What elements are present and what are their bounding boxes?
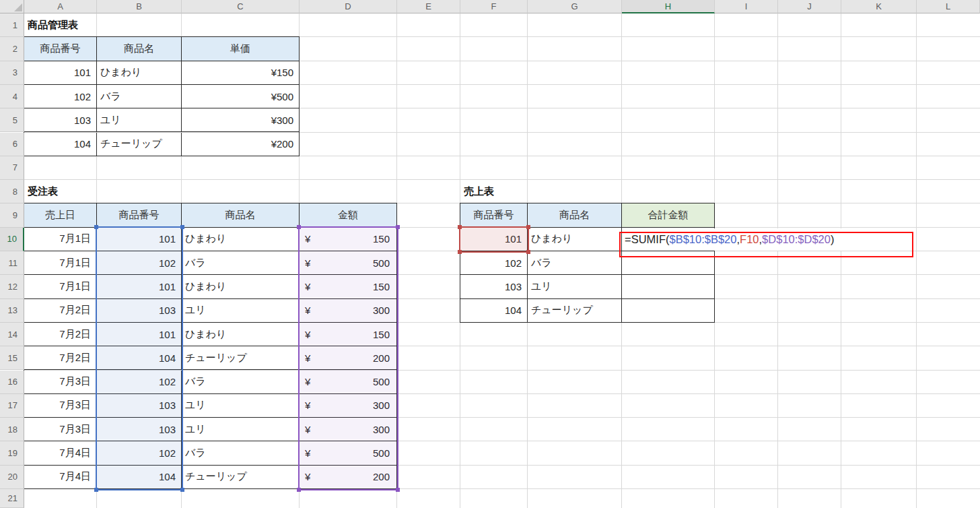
cell-A12[interactable]: 7月1日	[24, 275, 97, 298]
range-handle[interactable]	[94, 225, 98, 229]
cell-C10[interactable]: ひまわり	[182, 228, 300, 251]
col-header-J[interactable]: J	[778, 0, 841, 13]
col-header-E[interactable]: E	[397, 0, 460, 13]
range-handle[interactable]	[526, 225, 530, 229]
row-header-1[interactable]: 1	[0, 13, 24, 37]
cell-C2[interactable]: 単価	[182, 37, 300, 61]
row-header-20[interactable]: 20	[0, 466, 24, 489]
col-header-H[interactable]: H	[622, 0, 715, 13]
range-handle[interactable]	[458, 250, 462, 254]
row-header-7[interactable]: 7	[0, 156, 24, 180]
row-header-8[interactable]: 8	[0, 180, 24, 203]
cell-A16[interactable]: 7月3日	[24, 371, 97, 394]
col-header-C[interactable]: C	[182, 0, 300, 13]
cell-A15[interactable]: 7月2日	[24, 346, 97, 370]
row-header-9[interactable]: 9	[0, 203, 24, 227]
cell-G9[interactable]: 商品名	[528, 203, 622, 227]
cell-B9[interactable]: 商品番号	[97, 203, 182, 227]
range-handle[interactable]	[396, 225, 400, 229]
cell-A14[interactable]: 7月2日	[24, 323, 97, 346]
row-header-21[interactable]: 21	[0, 489, 24, 508]
col-header-G[interactable]: G	[528, 0, 622, 13]
sales-table-title[interactable]: 売上表	[460, 180, 622, 203]
sum-range-highlight-D10-D20[interactable]	[298, 226, 398, 490]
col-header-F[interactable]: F	[460, 0, 528, 13]
cell-C9[interactable]: 商品名	[182, 203, 300, 227]
cell-D9[interactable]: 金額	[300, 203, 397, 227]
range-handle[interactable]	[94, 488, 98, 492]
range-handle[interactable]	[180, 488, 184, 492]
cell-G12[interactable]: ユリ	[528, 275, 622, 298]
cell-A11[interactable]: 7月1日	[24, 251, 97, 275]
cell-F13[interactable]: 104	[460, 299, 528, 323]
cell-C19[interactable]: バラ	[182, 441, 300, 465]
row-header-4[interactable]: 4	[0, 85, 24, 108]
row-header-3[interactable]: 3	[0, 61, 24, 85]
cell-A6[interactable]: 104	[24, 133, 97, 156]
row-header-2[interactable]: 2	[0, 37, 24, 61]
cell-C16[interactable]: バラ	[182, 371, 300, 394]
row-header-15[interactable]: 15	[0, 346, 24, 370]
order-table-title[interactable]: 受注表	[24, 180, 182, 203]
col-header-A[interactable]: A	[24, 0, 97, 13]
row-header-12[interactable]: 12	[0, 275, 24, 298]
range-handle[interactable]	[297, 488, 301, 492]
product-table-title[interactable]: 商品管理表	[24, 13, 182, 37]
cell-A13[interactable]: 7月2日	[24, 299, 97, 323]
row-header-14[interactable]: 14	[0, 323, 24, 346]
cell-B4[interactable]: バラ	[97, 85, 182, 108]
range-handle[interactable]	[396, 488, 400, 492]
cell-A17[interactable]: 7月3日	[24, 394, 97, 418]
cell-A20[interactable]: 7月4日	[24, 466, 97, 489]
cell-C6[interactable]: ¥200	[182, 133, 300, 156]
range-handle[interactable]	[526, 250, 530, 254]
cell-H12[interactable]	[622, 275, 715, 298]
cell-C15[interactable]: チューリップ	[182, 346, 300, 370]
cell-C13[interactable]: ユリ	[182, 299, 300, 323]
cell-C20[interactable]: チューリップ	[182, 466, 300, 489]
cell-B5[interactable]: ユリ	[97, 108, 182, 132]
cell-C5[interactable]: ¥300	[182, 108, 300, 132]
range-handle[interactable]	[458, 225, 462, 229]
cell-H9[interactable]: 合計金額	[622, 203, 715, 227]
cell-A18[interactable]: 7月3日	[24, 418, 97, 441]
cell-A9[interactable]: 売上日	[24, 203, 97, 227]
col-header-L[interactable]: L	[917, 0, 980, 13]
row-header-6[interactable]: 6	[0, 133, 24, 156]
row-header-16[interactable]: 16	[0, 371, 24, 394]
range-handle[interactable]	[180, 225, 184, 229]
row-header-19[interactable]: 19	[0, 441, 24, 465]
range-handle[interactable]	[297, 225, 301, 229]
cell-F12[interactable]: 103	[460, 275, 528, 298]
formula-edit-cell-H10[interactable]: =SUMIF($B$10:$B$20,F10,$D$10:$D$20)	[625, 228, 834, 251]
cell-A19[interactable]: 7月4日	[24, 441, 97, 465]
cell-C18[interactable]: ユリ	[182, 418, 300, 441]
col-header-I[interactable]: I	[715, 0, 778, 13]
row-header-10[interactable]: 10	[0, 228, 24, 251]
cell-C11[interactable]: バラ	[182, 251, 300, 275]
cell-A3[interactable]: 101	[24, 61, 97, 85]
cell-C3[interactable]: ¥150	[182, 61, 300, 85]
col-header-K[interactable]: K	[841, 0, 917, 13]
col-header-B[interactable]: B	[97, 0, 182, 13]
cell-G13[interactable]: チューリップ	[528, 299, 622, 323]
select-all-corner[interactable]	[0, 0, 24, 13]
cell-C17[interactable]: ユリ	[182, 394, 300, 418]
cell-F9[interactable]: 商品番号	[460, 203, 528, 227]
cell-C12[interactable]: ひまわり	[182, 275, 300, 298]
cell-C4[interactable]: ¥500	[182, 85, 300, 108]
cell-A5[interactable]: 103	[24, 108, 97, 132]
row-header-13[interactable]: 13	[0, 299, 24, 323]
row-header-17[interactable]: 17	[0, 394, 24, 418]
row-header-18[interactable]: 18	[0, 418, 24, 441]
spreadsheet-grid[interactable]: ABCDEFGHIJKL1234567891011121314151617181…	[0, 0, 980, 508]
cell-H11[interactable]	[622, 251, 715, 275]
criteria-cell-highlight-F10[interactable]	[459, 226, 529, 253]
criteria-range-highlight-B10-B20[interactable]	[96, 226, 183, 490]
col-header-D[interactable]: D	[300, 0, 397, 13]
cell-A4[interactable]: 102	[24, 85, 97, 108]
cell-A10[interactable]: 7月1日	[24, 228, 97, 251]
cell-B3[interactable]: ひまわり	[97, 61, 182, 85]
cell-C14[interactable]: ひまわり	[182, 323, 300, 346]
cell-F11[interactable]: 102	[460, 251, 528, 275]
